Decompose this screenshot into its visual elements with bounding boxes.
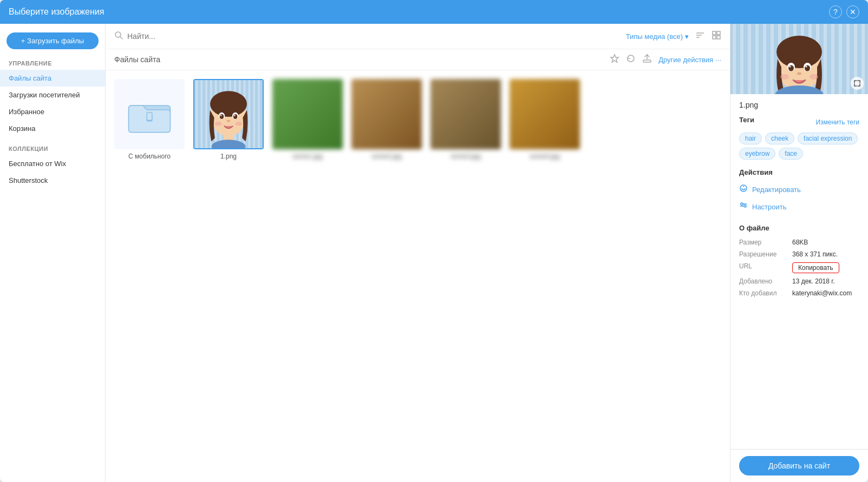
edit-tags-link[interactable]: Изменить теги xyxy=(815,118,859,126)
list-item[interactable]: 1.png xyxy=(193,79,264,160)
collections-section-title: КОЛЛЕКЦИИ xyxy=(0,146,105,152)
help-button[interactable]: ? xyxy=(829,5,842,18)
content-area: Типы медиа (все) ▾ Файлы сайта xyxy=(106,24,730,482)
svg-point-40 xyxy=(220,115,222,116)
tag-face: face xyxy=(779,148,803,160)
chevron-down-icon: ▾ xyxy=(685,32,689,41)
sidebar-item-shutterstock[interactable]: Shutterstock xyxy=(0,172,105,189)
grid-icon[interactable] xyxy=(712,30,721,42)
refresh-icon[interactable] xyxy=(626,54,636,65)
actions-section: Действия Редактировать Настроить xyxy=(739,168,859,215)
panel-content: 1.png Теги Изменить теги hair cheek faci… xyxy=(730,94,868,449)
about-row-added-by: Кто добавил katerynaki@wix.com xyxy=(739,287,859,299)
about-row-size: Размер 68KB xyxy=(739,236,859,248)
sort-icon[interactable] xyxy=(695,30,705,42)
collections-section: КОЛЛЕКЦИИ Бесплатно от Wix Shutterstock xyxy=(0,146,105,189)
search-icon xyxy=(114,31,123,42)
expand-preview-button[interactable] xyxy=(851,77,864,90)
svg-rect-10 xyxy=(643,60,651,62)
file-name-1png: 1.png xyxy=(220,153,237,160)
svg-point-78 xyxy=(740,185,747,192)
image-thumb-dog1 xyxy=(272,79,343,149)
toolbar-icons xyxy=(695,30,721,42)
svg-line-1 xyxy=(120,37,122,39)
close-button[interactable]: ✕ xyxy=(846,5,859,18)
file-name-blurred: some2.jpg xyxy=(371,153,401,160)
search-container xyxy=(114,31,619,42)
edit-action[interactable]: Редактировать xyxy=(739,181,859,198)
svg-point-72 xyxy=(789,66,791,68)
about-section: О файле Размер 68KB Разрешение 368 x 371… xyxy=(739,224,859,299)
svg-point-83 xyxy=(744,205,746,207)
svg-point-42 xyxy=(227,120,230,122)
resolution-label: Разрешение xyxy=(739,250,788,258)
manage-section: УПРАВЛЕНИЕ Файлы сайта Загрузки посетите… xyxy=(0,60,105,137)
files-label: Файлы сайта xyxy=(114,55,603,64)
tags-container: hair cheek facial expression eyebrow fac… xyxy=(739,133,859,160)
file-name-blurred: some3.jpg xyxy=(451,153,480,160)
list-item[interactable]: some4.jpg xyxy=(510,79,580,160)
about-section-title: О файле xyxy=(739,224,859,232)
list-item[interactable]: some3.jpg xyxy=(430,79,501,160)
resolution-value: 368 x 371 пикс. xyxy=(792,250,838,258)
about-row-resolution: Разрешение 368 x 371 пикс. xyxy=(739,248,859,260)
app-window: Выберите изображения ? ✕ + Загрузить фай… xyxy=(0,0,868,482)
preview-area xyxy=(730,24,868,94)
svg-rect-5 xyxy=(713,31,716,35)
svg-rect-8 xyxy=(717,36,720,39)
configure-action[interactable]: Настроить xyxy=(739,198,859,215)
svg-point-43 xyxy=(215,122,222,126)
title-bar-controls: ? ✕ xyxy=(829,5,859,18)
image-thumb-dog3 xyxy=(430,79,501,149)
list-item[interactable]: С мобильного xyxy=(114,79,185,160)
added-value: 13 дек. 2018 г. xyxy=(792,278,835,285)
svg-point-74 xyxy=(797,72,801,75)
media-type-filter[interactable]: Типы медиа (все) ▾ xyxy=(626,32,689,41)
tag-hair: hair xyxy=(739,133,762,144)
svg-rect-7 xyxy=(713,36,716,39)
list-item[interactable]: some1.jpg xyxy=(272,79,343,160)
other-actions-button[interactable]: Другие действия ··· xyxy=(658,56,721,64)
sidebar-item-site-files[interactable]: Файлы сайта xyxy=(0,70,105,87)
svg-point-15 xyxy=(149,120,150,121)
edit-icon xyxy=(739,184,748,195)
manage-section-title: УПРАВЛЕНИЕ xyxy=(0,60,105,67)
tag-cheek: cheek xyxy=(765,133,794,144)
media-type-label: Типы медиа (все) xyxy=(626,32,683,41)
svg-point-44 xyxy=(236,122,243,126)
add-to-site-button[interactable]: Добавить на сайт xyxy=(739,456,859,476)
star-icon[interactable] xyxy=(610,54,619,65)
image-thumb-dog4 xyxy=(510,79,580,149)
image-thumb-dog2 xyxy=(351,79,422,149)
sidebar-item-trash[interactable]: Корзина xyxy=(0,120,105,137)
search-input[interactable] xyxy=(127,32,619,41)
files-toolbar: Файлы сайта Другие действия ··· xyxy=(106,49,730,70)
list-item[interactable]: some2.jpg xyxy=(351,79,422,160)
svg-point-82 xyxy=(741,203,743,205)
main-area: + Загрузить файлы УПРАВЛЕНИЕ Файлы сайта… xyxy=(0,24,868,482)
sidebar-item-favorites[interactable]: Избранное xyxy=(0,103,105,120)
upload-icon[interactable] xyxy=(642,54,652,65)
svg-rect-6 xyxy=(717,31,720,35)
folder-name: С мобильного xyxy=(128,153,171,160)
size-label: Размер xyxy=(739,239,788,246)
actions-section-title: Действия xyxy=(739,168,859,176)
svg-point-70 xyxy=(788,65,794,71)
svg-point-73 xyxy=(806,66,807,68)
svg-marker-9 xyxy=(611,55,618,62)
more-icon: ··· xyxy=(715,56,721,64)
file-name-blurred: some4.jpg xyxy=(530,153,559,160)
image-thumb-selected xyxy=(193,79,264,149)
title-bar-title: Выберите изображения xyxy=(9,7,104,17)
svg-point-75 xyxy=(780,74,789,80)
added-label: Добавлено xyxy=(739,278,788,285)
upload-button[interactable]: + Загрузить файлы xyxy=(6,32,99,49)
svg-point-39 xyxy=(233,114,238,119)
right-panel: 1.png Теги Изменить теги hair cheek faci… xyxy=(730,24,868,482)
other-actions-label: Другие действия xyxy=(658,56,713,64)
sidebar-item-visitor-uploads[interactable]: Загрузки посетителей xyxy=(0,87,105,103)
copy-url-button[interactable]: Копировать xyxy=(792,262,839,273)
file-grid: С мобильного xyxy=(106,70,730,482)
sidebar-item-free-wix[interactable]: Бесплатно от Wix xyxy=(0,155,105,172)
tag-eyebrow: eyebrow xyxy=(739,148,775,160)
